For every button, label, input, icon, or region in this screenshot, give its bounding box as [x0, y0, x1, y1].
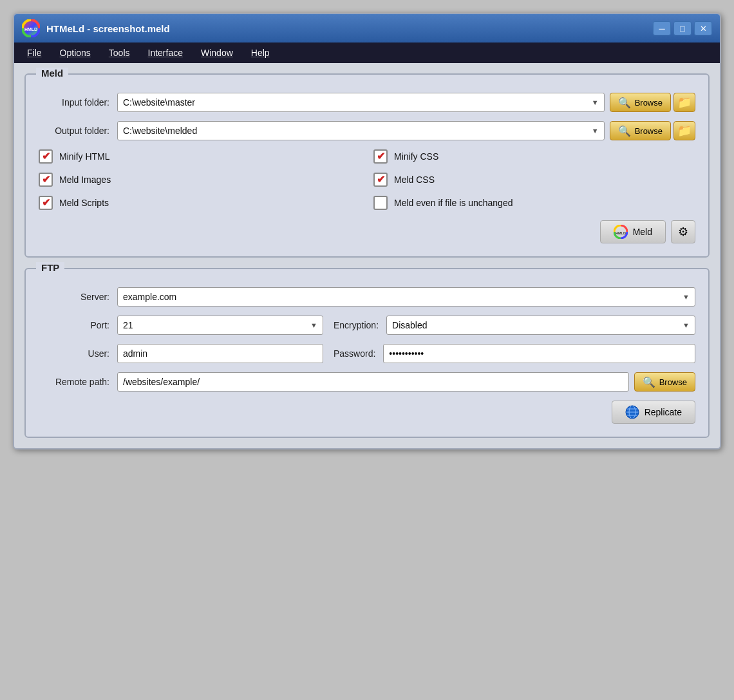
user-input[interactable] — [117, 344, 323, 363]
encryption-label: Encryption: — [334, 320, 379, 330]
minify-css-label: Minify CSS — [394, 151, 438, 162]
main-window: HMLD HTMeLd - screenshot.meld ─ □ ✕ File… — [13, 13, 721, 449]
svg-text:HMLD: HMLD — [616, 231, 626, 235]
meld-css-checkbox[interactable]: ✔ — [373, 173, 388, 187]
menu-bar: File Options Tools Interface Window Help — [14, 43, 720, 63]
replicate-actions: Replicate — [39, 401, 695, 424]
remote-browse-folder-icon: 🔍 — [643, 376, 655, 388]
meld-css-label: Meld CSS — [394, 175, 435, 185]
folder-open-icon-2: 📁 — [677, 124, 692, 138]
server-label: Server: — [39, 292, 109, 302]
meld-settings-button[interactable]: ⚙ — [671, 220, 695, 243]
minify-html-checkmark: ✔ — [42, 151, 50, 162]
input-folder-open-button[interactable]: 📁 — [673, 93, 695, 112]
port-dropdown[interactable]: 21 ▼ — [117, 316, 323, 335]
input-folder-value: C:\website\master — [123, 97, 589, 108]
meld-images-checkmark: ✔ — [42, 175, 50, 185]
encryption-dropdown-arrow: ▼ — [682, 321, 690, 329]
checkbox-meld-unchanged: Meld even if file is unchanged — [373, 196, 695, 210]
minify-css-checkbox[interactable]: ✔ — [373, 149, 388, 164]
user-label: User: — [39, 348, 109, 359]
encryption-value: Disabled — [392, 320, 680, 330]
menu-window[interactable]: Window — [193, 45, 241, 61]
checkbox-meld-images: ✔ Meld Images — [39, 173, 361, 187]
menu-options[interactable]: Options — [52, 45, 99, 61]
input-folder-label: Input folder: — [39, 97, 109, 108]
port-label: Port: — [39, 320, 109, 330]
checkbox-meld-scripts: ✔ Meld Scripts — [39, 196, 361, 210]
meld-images-label: Meld Images — [59, 175, 111, 185]
output-folder-dropdown[interactable]: C:\website\melded ▼ — [117, 121, 605, 140]
server-dropdown-arrow: ▼ — [682, 293, 690, 301]
port-dropdown-arrow: ▼ — [310, 321, 317, 329]
title-bar-left: HMLD HTMeLd - screenshot.meld — [22, 19, 170, 37]
output-folder-row: Output folder: C:\website\melded ▼ 🔍 Bro… — [39, 121, 695, 140]
output-folder-value: C:\website\melded — [123, 126, 589, 136]
user-password-row: User: Password: — [39, 344, 695, 363]
meld-unchanged-checkbox[interactable] — [373, 196, 388, 210]
svg-text:HMLD: HMLD — [24, 27, 37, 32]
replicate-button-label: Replicate — [645, 407, 682, 417]
browse-label-1: Browse — [635, 98, 663, 108]
meld-scripts-checkbox[interactable]: ✔ — [39, 196, 53, 210]
input-folder-arrow: ▼ — [592, 99, 599, 106]
encryption-dropdown[interactable]: Disabled ▼ — [386, 316, 695, 335]
output-folder-label: Output folder: — [39, 126, 109, 136]
output-folder-arrow: ▼ — [592, 127, 599, 135]
menu-tools[interactable]: Tools — [101, 45, 138, 61]
ftp-group: FTP Server: example.com ▼ Port: 21 ▼ Enc… — [24, 268, 710, 438]
input-folder-dropdown[interactable]: C:\website\master ▼ — [117, 93, 605, 112]
password-label: Password: — [334, 348, 375, 359]
window-title: HTMeLd - screenshot.meld — [46, 23, 170, 34]
checkbox-meld-css: ✔ Meld CSS — [373, 173, 695, 187]
menu-interface[interactable]: Interface — [140, 45, 191, 61]
maximize-button[interactable]: □ — [673, 21, 692, 35]
replicate-button[interactable]: Replicate — [612, 401, 695, 424]
remote-path-input[interactable] — [117, 372, 629, 392]
browse-folder-icon-2: 🔍 — [618, 125, 631, 137]
app-icon: HMLD — [22, 19, 40, 37]
meld-button[interactable]: HMLD Meld — [600, 220, 666, 243]
minimize-button[interactable]: ─ — [653, 21, 671, 35]
meld-css-checkmark: ✔ — [377, 175, 385, 185]
meld-group-title: Meld — [36, 68, 68, 79]
server-value: example.com — [123, 292, 680, 302]
remote-path-label: Remote path: — [39, 377, 109, 387]
port-value: 21 — [123, 320, 308, 330]
browse-label-2: Browse — [635, 126, 663, 136]
server-dropdown[interactable]: example.com ▼ — [117, 287, 695, 307]
server-row: Server: example.com ▼ — [39, 287, 695, 307]
main-content: Meld Input folder: C:\website\master ▼ 🔍… — [14, 63, 720, 448]
menu-help[interactable]: Help — [243, 45, 278, 61]
input-folder-browse-button[interactable]: 🔍 Browse — [610, 93, 671, 112]
port-encryption-row: Port: 21 ▼ Encryption: Disabled ▼ — [39, 316, 695, 335]
minify-html-checkbox[interactable]: ✔ — [39, 149, 53, 164]
folder-open-icon-1: 📁 — [677, 95, 692, 109]
title-bar: HMLD HTMeLd - screenshot.meld ─ □ ✕ — [14, 14, 720, 43]
checkbox-minify-css: ✔ Minify CSS — [373, 149, 695, 164]
meld-unchanged-label: Meld even if file is unchanged — [394, 198, 513, 208]
output-folder-browse-button[interactable]: 🔍 Browse — [610, 121, 671, 140]
password-input[interactable] — [383, 344, 695, 363]
checkbox-minify-html: ✔ Minify HTML — [39, 149, 361, 164]
remote-path-row: Remote path: 🔍 Browse — [39, 372, 695, 392]
gear-icon: ⚙ — [678, 225, 688, 239]
meld-logo-icon: HMLD — [614, 225, 628, 239]
checkboxes-grid: ✔ Minify HTML ✔ Minify CSS ✔ Meld Images — [39, 149, 695, 210]
meld-images-checkbox[interactable]: ✔ — [39, 173, 53, 187]
replicate-globe-icon — [625, 405, 639, 419]
meld-group: Meld Input folder: C:\website\master ▼ 🔍… — [24, 73, 710, 258]
remote-path-browse-button[interactable]: 🔍 Browse — [634, 372, 695, 392]
meld-button-label: Meld — [633, 227, 652, 237]
minify-css-checkmark: ✔ — [377, 151, 385, 162]
meld-actions: HMLD Meld ⚙ — [39, 220, 695, 243]
browse-folder-icon: 🔍 — [618, 97, 631, 109]
input-folder-row: Input folder: C:\website\master ▼ 🔍 Brow… — [39, 93, 695, 112]
minify-html-label: Minify HTML — [59, 151, 110, 162]
output-folder-open-button[interactable]: 📁 — [673, 121, 695, 140]
menu-file[interactable]: File — [19, 45, 50, 61]
title-controls: ─ □ ✕ — [653, 21, 712, 35]
meld-scripts-checkmark: ✔ — [42, 198, 50, 208]
meld-scripts-label: Meld Scripts — [59, 198, 109, 208]
close-button[interactable]: ✕ — [694, 21, 712, 35]
